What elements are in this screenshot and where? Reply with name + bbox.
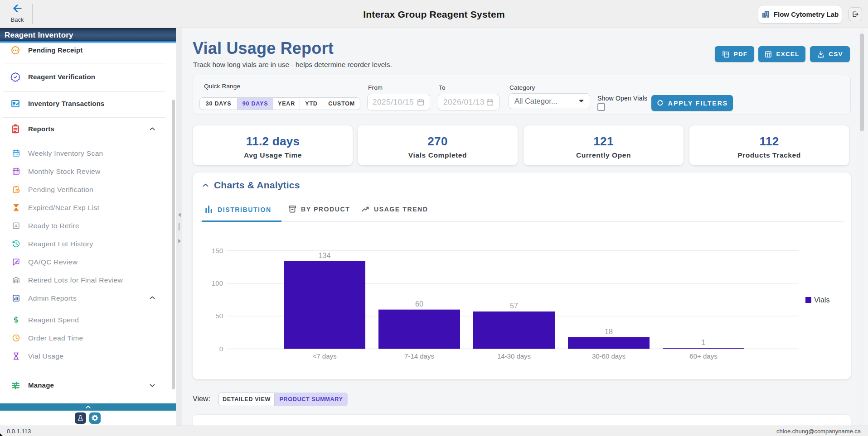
svg-text:134: 134	[319, 252, 331, 259]
svg-text:60: 60	[415, 300, 423, 308]
svg-text:150: 150	[212, 247, 223, 254]
svg-text:Vials: Vials	[814, 296, 829, 304]
svg-text:1: 1	[702, 339, 706, 346]
svg-text:PDF: PDF	[723, 53, 729, 56]
svg-text:50: 50	[215, 312, 223, 320]
svg-text:7-14 days: 7-14 days	[404, 352, 434, 360]
svg-text:60+ days: 60+ days	[689, 352, 717, 360]
svg-text:<7 days: <7 days	[313, 352, 337, 360]
svg-text:30-60 days: 30-60 days	[592, 352, 626, 360]
svg-text:18: 18	[605, 328, 613, 335]
svg-text:57: 57	[510, 302, 518, 310]
svg-text:0: 0	[219, 345, 223, 353]
svg-text:100: 100	[212, 279, 223, 287]
svg-text:14-30 days: 14-30 days	[497, 352, 531, 360]
